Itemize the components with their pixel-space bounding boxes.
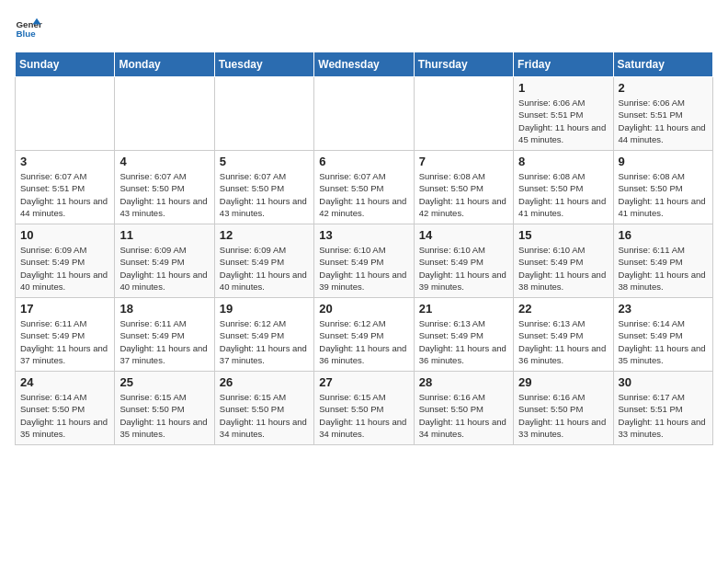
calendar-cell: 12Sunrise: 6:09 AM Sunset: 5:49 PM Dayli… [214,224,313,298]
calendar-cell: 16Sunrise: 6:11 AM Sunset: 5:49 PM Dayli… [613,224,712,298]
calendar-cell: 15Sunrise: 6:10 AM Sunset: 5:49 PM Dayli… [514,224,613,298]
calendar-cell: 7Sunrise: 6:08 AM Sunset: 5:50 PM Daylig… [414,151,513,224]
day-info: Sunrise: 6:06 AM Sunset: 5:51 PM Dayligh… [518,97,608,145]
day-info: Sunrise: 6:16 AM Sunset: 5:50 PM Dayligh… [419,391,508,440]
calendar-cell: 26Sunrise: 6:15 AM Sunset: 5:50 PM Dayli… [214,372,313,445]
day-info: Sunrise: 6:07 AM Sunset: 5:50 PM Dayligh… [319,170,408,219]
page-header: General Blue [15,15,713,42]
day-info: Sunrise: 6:07 AM Sunset: 5:51 PM Dayligh… [20,170,109,219]
calendar-week-4: 17Sunrise: 6:11 AM Sunset: 5:49 PM Dayli… [16,298,713,372]
day-number: 20 [319,302,408,316]
calendar-cell: 2Sunrise: 6:06 AM Sunset: 5:51 PM Daylig… [613,77,712,151]
day-info: Sunrise: 6:09 AM Sunset: 5:49 PM Dayligh… [119,244,209,293]
svg-text:Blue: Blue [17,29,37,39]
day-number: 18 [119,302,209,316]
calendar-cell: 29Sunrise: 6:16 AM Sunset: 5:50 PM Dayli… [514,372,613,445]
day-number: 22 [518,302,608,316]
day-number: 24 [20,375,109,389]
calendar-cell: 1Sunrise: 6:06 AM Sunset: 5:51 PM Daylig… [514,77,613,151]
day-number: 9 [619,155,708,168]
day-info: Sunrise: 6:10 AM Sunset: 5:49 PM Dayligh… [419,244,508,293]
calendar-cell [214,77,313,151]
day-number: 30 [619,375,708,389]
day-number: 11 [119,228,209,242]
day-info: Sunrise: 6:11 AM Sunset: 5:49 PM Dayligh… [119,317,209,366]
day-info: Sunrise: 6:07 AM Sunset: 5:50 PM Dayligh… [119,170,209,219]
day-number: 29 [518,375,608,389]
calendar-cell: 22Sunrise: 6:13 AM Sunset: 5:49 PM Dayli… [514,298,613,372]
day-info: Sunrise: 6:15 AM Sunset: 5:50 PM Dayligh… [119,391,209,440]
day-info: Sunrise: 6:06 AM Sunset: 5:51 PM Dayligh… [619,97,708,145]
day-number: 21 [419,302,508,316]
day-number: 5 [220,155,309,168]
calendar-week-3: 10Sunrise: 6:09 AM Sunset: 5:49 PM Dayli… [16,224,713,298]
day-number: 16 [619,228,708,242]
weekday-header-sunday: Sunday [16,52,115,77]
day-number: 8 [518,155,608,168]
day-info: Sunrise: 6:10 AM Sunset: 5:49 PM Dayligh… [319,244,408,293]
day-info: Sunrise: 6:08 AM Sunset: 5:50 PM Dayligh… [619,170,708,219]
calendar-week-2: 3Sunrise: 6:07 AM Sunset: 5:51 PM Daylig… [16,151,713,224]
weekday-header-monday: Monday [115,52,214,77]
day-number: 10 [20,228,109,242]
calendar-cell [115,77,214,151]
day-info: Sunrise: 6:11 AM Sunset: 5:49 PM Dayligh… [20,317,109,366]
day-info: Sunrise: 6:12 AM Sunset: 5:49 PM Dayligh… [319,317,408,366]
day-number: 23 [619,302,708,316]
calendar-cell: 13Sunrise: 6:10 AM Sunset: 5:49 PM Dayli… [314,224,414,298]
day-number: 7 [419,155,508,168]
calendar-cell: 28Sunrise: 6:16 AM Sunset: 5:50 PM Dayli… [414,372,513,445]
logo-icon: General Blue [15,15,42,42]
calendar-cell: 3Sunrise: 6:07 AM Sunset: 5:51 PM Daylig… [16,151,115,224]
day-info: Sunrise: 6:10 AM Sunset: 5:49 PM Dayligh… [518,244,608,293]
day-info: Sunrise: 6:13 AM Sunset: 5:49 PM Dayligh… [419,317,508,366]
weekday-header-wednesday: Wednesday [314,52,414,77]
day-number: 26 [220,375,309,389]
calendar-cell: 23Sunrise: 6:14 AM Sunset: 5:49 PM Dayli… [613,298,712,372]
day-number: 15 [518,228,608,242]
calendar-cell: 19Sunrise: 6:12 AM Sunset: 5:49 PM Dayli… [214,298,313,372]
day-number: 14 [419,228,508,242]
day-number: 12 [220,228,309,242]
day-info: Sunrise: 6:11 AM Sunset: 5:49 PM Dayligh… [619,244,708,293]
day-info: Sunrise: 6:17 AM Sunset: 5:51 PM Dayligh… [619,391,708,440]
calendar-cell: 11Sunrise: 6:09 AM Sunset: 5:49 PM Dayli… [115,224,214,298]
calendar-cell: 20Sunrise: 6:12 AM Sunset: 5:49 PM Dayli… [314,298,414,372]
day-number: 4 [119,155,209,168]
calendar-cell: 30Sunrise: 6:17 AM Sunset: 5:51 PM Dayli… [613,372,712,445]
weekday-header-friday: Friday [514,52,613,77]
day-number: 28 [419,375,508,389]
weekday-header-tuesday: Tuesday [214,52,313,77]
weekday-header-thursday: Thursday [414,52,513,77]
calendar-cell [414,77,513,151]
day-info: Sunrise: 6:14 AM Sunset: 5:49 PM Dayligh… [619,317,708,366]
day-info: Sunrise: 6:15 AM Sunset: 5:50 PM Dayligh… [319,391,408,440]
calendar-cell: 17Sunrise: 6:11 AM Sunset: 5:49 PM Dayli… [16,298,115,372]
calendar-cell: 8Sunrise: 6:08 AM Sunset: 5:50 PM Daylig… [514,151,613,224]
calendar-cell: 27Sunrise: 6:15 AM Sunset: 5:50 PM Dayli… [314,372,414,445]
day-number: 2 [619,81,708,95]
calendar-cell [16,77,115,151]
day-number: 13 [319,228,408,242]
logo: General Blue [15,15,42,42]
day-info: Sunrise: 6:09 AM Sunset: 5:49 PM Dayligh… [20,244,109,293]
calendar-cell: 25Sunrise: 6:15 AM Sunset: 5:50 PM Dayli… [115,372,214,445]
calendar-cell: 5Sunrise: 6:07 AM Sunset: 5:50 PM Daylig… [214,151,313,224]
calendar-cell [314,77,414,151]
day-number: 25 [119,375,209,389]
day-info: Sunrise: 6:07 AM Sunset: 5:50 PM Dayligh… [220,170,309,219]
calendar-cell: 4Sunrise: 6:07 AM Sunset: 5:50 PM Daylig… [115,151,214,224]
day-number: 6 [319,155,408,168]
calendar-cell: 10Sunrise: 6:09 AM Sunset: 5:49 PM Dayli… [16,224,115,298]
day-info: Sunrise: 6:13 AM Sunset: 5:49 PM Dayligh… [518,317,608,366]
day-number: 17 [20,302,109,316]
day-info: Sunrise: 6:12 AM Sunset: 5:49 PM Dayligh… [220,317,309,366]
calendar-cell: 18Sunrise: 6:11 AM Sunset: 5:49 PM Dayli… [115,298,214,372]
day-info: Sunrise: 6:08 AM Sunset: 5:50 PM Dayligh… [419,170,508,219]
calendar-cell: 9Sunrise: 6:08 AM Sunset: 5:50 PM Daylig… [613,151,712,224]
calendar-table: SundayMondayTuesdayWednesdayThursdayFrid… [15,52,713,445]
calendar-cell: 24Sunrise: 6:14 AM Sunset: 5:50 PM Dayli… [16,372,115,445]
day-number: 3 [20,155,109,168]
weekday-header-saturday: Saturday [613,52,712,77]
calendar-cell: 14Sunrise: 6:10 AM Sunset: 5:49 PM Dayli… [414,224,513,298]
